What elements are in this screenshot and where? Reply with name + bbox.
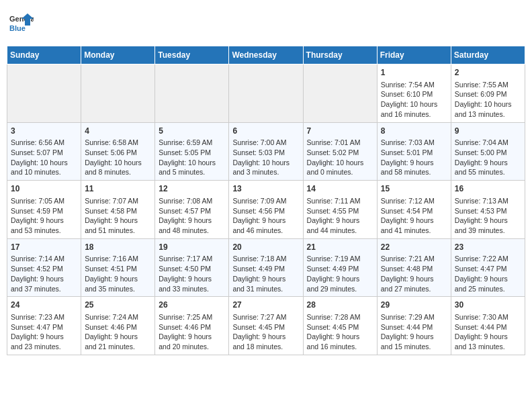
day-number: 29 [381,300,447,311]
calendar-cell: 16Sunrise: 7:13 AM Sunset: 4:53 PM Dayli… [451,181,525,239]
calendar-cell [81,64,155,123]
day-number: 5 [159,126,225,137]
column-header-thursday: Thursday [303,46,377,64]
calendar-cell: 10Sunrise: 7:05 AM Sunset: 4:59 PM Dayli… [7,181,81,239]
day-info: Sunrise: 7:25 AM Sunset: 4:46 PM Dayligh… [159,313,212,351]
day-number: 17 [11,242,77,253]
calendar-cell: 2Sunrise: 7:55 AM Sunset: 6:09 PM Daylig… [451,64,525,123]
calendar-cell: 17Sunrise: 7:14 AM Sunset: 4:52 PM Dayli… [7,238,81,297]
calendar-cell: 28Sunrise: 7:28 AM Sunset: 4:45 PM Dayli… [303,297,377,355]
day-number: 28 [307,300,373,311]
column-header-friday: Friday [377,46,451,64]
calendar-cell: 30Sunrise: 7:30 AM Sunset: 4:44 PM Dayli… [451,297,525,355]
calendar-cell: 26Sunrise: 7:25 AM Sunset: 4:46 PM Dayli… [155,297,229,355]
day-number: 9 [455,126,521,137]
day-info: Sunrise: 7:14 AM Sunset: 4:52 PM Dayligh… [11,255,64,292]
calendar-cell: 21Sunrise: 7:19 AM Sunset: 4:49 PM Dayli… [303,238,377,297]
day-info: Sunrise: 7:24 AM Sunset: 4:46 PM Dayligh… [85,313,138,351]
calendar-cell: 25Sunrise: 7:24 AM Sunset: 4:46 PM Dayli… [81,297,155,355]
day-number: 16 [455,183,521,195]
calendar-cell: 9Sunrise: 7:04 AM Sunset: 5:00 PM Daylig… [451,122,525,181]
calendar-cell: 23Sunrise: 7:22 AM Sunset: 4:47 PM Dayli… [451,238,525,297]
day-info: Sunrise: 7:12 AM Sunset: 4:54 PM Dayligh… [381,197,435,234]
day-info: Sunrise: 6:56 AM Sunset: 5:07 PM Dayligh… [11,138,68,176]
day-info: Sunrise: 7:16 AM Sunset: 4:51 PM Dayligh… [85,255,138,292]
day-number: 19 [159,242,225,253]
day-info: Sunrise: 7:04 AM Sunset: 5:00 PM Dayligh… [455,138,508,176]
calendar-cell [7,64,81,123]
week-row-2: 3Sunrise: 6:56 AM Sunset: 5:07 PM Daylig… [7,122,525,181]
day-number: 25 [85,300,151,311]
day-number: 18 [85,242,151,253]
column-header-wednesday: Wednesday [229,46,303,64]
calendar-cell [229,64,303,123]
calendar-cell: 6Sunrise: 7:00 AM Sunset: 5:03 PM Daylig… [229,122,303,181]
day-info: Sunrise: 7:27 AM Sunset: 4:45 PM Dayligh… [232,313,286,351]
calendar-cell: 3Sunrise: 6:56 AM Sunset: 5:07 PM Daylig… [7,122,81,181]
calendar-cell: 14Sunrise: 7:11 AM Sunset: 4:55 PM Dayli… [303,181,377,239]
day-info: Sunrise: 7:01 AM Sunset: 5:02 PM Dayligh… [307,138,364,176]
day-info: Sunrise: 6:58 AM Sunset: 5:06 PM Dayligh… [85,138,142,176]
week-row-1: 1Sunrise: 7:54 AM Sunset: 6:10 PM Daylig… [7,64,525,123]
day-info: Sunrise: 7:08 AM Sunset: 4:57 PM Dayligh… [159,197,212,234]
day-info: Sunrise: 7:22 AM Sunset: 4:47 PM Dayligh… [455,255,508,292]
calendar-cell: 18Sunrise: 7:16 AM Sunset: 4:51 PM Dayli… [81,238,155,297]
day-info: Sunrise: 7:09 AM Sunset: 4:56 PM Dayligh… [232,197,286,234]
day-info: Sunrise: 7:11 AM Sunset: 4:55 PM Dayligh… [307,197,361,234]
day-info: Sunrise: 7:23 AM Sunset: 4:47 PM Dayligh… [11,313,64,351]
week-row-3: 10Sunrise: 7:05 AM Sunset: 4:59 PM Dayli… [7,181,525,239]
svg-text:Blue: Blue [9,24,26,32]
column-header-saturday: Saturday [451,46,525,64]
day-info: Sunrise: 7:05 AM Sunset: 4:59 PM Dayligh… [11,197,64,234]
day-info: Sunrise: 7:19 AM Sunset: 4:49 PM Dayligh… [307,255,361,292]
day-info: Sunrise: 7:18 AM Sunset: 4:49 PM Dayligh… [232,255,286,292]
calendar-cell: 20Sunrise: 7:18 AM Sunset: 4:49 PM Dayli… [229,238,303,297]
day-number: 6 [232,126,299,137]
day-number: 11 [85,183,151,195]
day-number: 12 [159,183,225,195]
page-header: General Blue [7,7,525,42]
day-number: 10 [11,183,77,195]
day-number: 23 [455,242,521,253]
calendar-cell: 13Sunrise: 7:09 AM Sunset: 4:56 PM Dayli… [229,181,303,239]
day-number: 7 [307,126,373,137]
day-info: Sunrise: 7:07 AM Sunset: 4:58 PM Dayligh… [85,197,138,234]
logo-container: General Blue [9,12,34,36]
day-info: Sunrise: 7:28 AM Sunset: 4:45 PM Dayligh… [307,313,361,351]
calendar-cell: 8Sunrise: 7:03 AM Sunset: 5:01 PM Daylig… [377,122,451,181]
day-number: 14 [307,183,373,195]
calendar-cell: 24Sunrise: 7:23 AM Sunset: 4:47 PM Dayli… [7,297,81,355]
day-info: Sunrise: 7:13 AM Sunset: 4:53 PM Dayligh… [455,197,508,234]
column-header-tuesday: Tuesday [155,46,229,64]
day-number: 24 [11,300,77,311]
day-number: 13 [232,183,299,195]
day-info: Sunrise: 7:55 AM Sunset: 6:09 PM Dayligh… [455,81,512,118]
calendar-cell: 7Sunrise: 7:01 AM Sunset: 5:02 PM Daylig… [303,122,377,181]
calendar: SundayMondayTuesdayWednesdayThursdayFrid… [7,46,525,355]
calendar-cell: 1Sunrise: 7:54 AM Sunset: 6:10 PM Daylig… [377,64,451,123]
calendar-header-row: SundayMondayTuesdayWednesdayThursdayFrid… [7,46,525,64]
week-row-4: 17Sunrise: 7:14 AM Sunset: 4:52 PM Dayli… [7,238,525,297]
calendar-cell [155,64,229,123]
day-number: 8 [381,126,447,137]
day-info: Sunrise: 7:21 AM Sunset: 4:48 PM Dayligh… [381,255,435,292]
day-number: 26 [159,300,225,311]
day-number: 3 [11,126,77,137]
day-number: 15 [381,183,447,195]
calendar-cell: 4Sunrise: 6:58 AM Sunset: 5:06 PM Daylig… [81,122,155,181]
day-number: 20 [232,242,299,253]
day-info: Sunrise: 7:17 AM Sunset: 4:50 PM Dayligh… [159,255,212,292]
calendar-cell: 15Sunrise: 7:12 AM Sunset: 4:54 PM Dayli… [377,181,451,239]
day-number: 2 [455,67,521,79]
calendar-cell: 5Sunrise: 6:59 AM Sunset: 5:05 PM Daylig… [155,122,229,181]
column-header-sunday: Sunday [7,46,81,64]
day-info: Sunrise: 7:29 AM Sunset: 4:44 PM Dayligh… [381,313,435,351]
week-row-5: 24Sunrise: 7:23 AM Sunset: 4:47 PM Dayli… [7,297,525,355]
day-info: Sunrise: 7:54 AM Sunset: 6:10 PM Dayligh… [381,81,438,118]
day-number: 22 [381,242,447,253]
day-info: Sunrise: 7:00 AM Sunset: 5:03 PM Dayligh… [232,138,290,176]
day-number: 4 [85,126,151,137]
day-number: 1 [381,67,447,79]
calendar-cell: 22Sunrise: 7:21 AM Sunset: 4:48 PM Dayli… [377,238,451,297]
day-info: Sunrise: 7:30 AM Sunset: 4:44 PM Dayligh… [455,313,508,351]
